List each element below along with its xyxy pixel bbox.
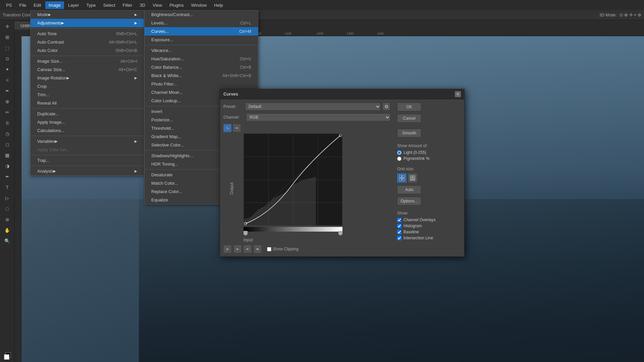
curves-close-button[interactable]: ✕ <box>455 91 461 97</box>
eyedropper-black-btn[interactable]: ✒ <box>233 245 241 253</box>
svg-rect-3 <box>399 175 401 178</box>
preset-select[interactable]: Default <box>245 103 381 111</box>
menu-window[interactable]: Window <box>188 1 210 9</box>
menu-variables[interactable]: Variables ▶ <box>31 137 144 145</box>
menu-filter[interactable]: Filter <box>119 1 136 9</box>
menu-adjustments[interactable]: Adjustments ▶ <box>31 19 144 27</box>
channel-select[interactable]: RGB <box>246 113 390 121</box>
menu-file[interactable]: File <box>16 1 30 9</box>
menu-view[interactable]: View <box>149 1 165 9</box>
menu-canvas-size[interactable]: Canvas Size... Alt+Ctrl+C <box>31 65 144 74</box>
tool-artboard[interactable]: ⊞ <box>2 32 12 42</box>
menu-auto-color[interactable]: Auto Color Shift+Ctrl+B <box>31 46 144 55</box>
grid-btn-large[interactable] <box>408 173 417 183</box>
auto-button[interactable]: Auto <box>397 185 421 194</box>
channel-overlays-checkbox[interactable] <box>397 218 401 222</box>
menu-type[interactable]: Type <box>83 1 99 9</box>
tool-gradient[interactable]: ▦ <box>2 150 12 160</box>
tool-move[interactable]: ✛ <box>2 21 12 32</box>
tool-clone[interactable]: ⎘ <box>2 118 12 128</box>
menu-crop-label: Crop <box>37 84 47 89</box>
menu-auto-tone[interactable]: Auto Tone Shift+Ctrl+L <box>31 29 144 38</box>
menu-trim[interactable]: Trim... <box>31 90 144 99</box>
options-button[interactable]: Options... <box>397 197 421 205</box>
tool-dodge[interactable]: ◑ <box>2 161 12 171</box>
menu-reveal-all[interactable]: Reveal All <box>31 99 144 107</box>
menu-mode[interactable]: Mode ▶ <box>31 10 144 19</box>
menu-image-rotation[interactable]: Image Rotation ▶ <box>31 74 144 82</box>
menu-calculations[interactable]: Calculations... <box>31 126 144 135</box>
menu-plugins[interactable]: Plugins <box>166 1 187 9</box>
curves-title-bar: Curves ✕ <box>220 89 464 99</box>
curves-point-tool[interactable]: ∿ <box>223 124 231 132</box>
adj-levels[interactable]: Levels... Ctrl+L <box>145 19 258 27</box>
tool-3d[interactable]: ⊛ <box>2 215 12 225</box>
adj-color-balance[interactable]: Color Balance... Ctrl+B <box>145 63 258 71</box>
adj-black-white[interactable]: Black & White... Alt+Shift+Ctrl+B <box>145 71 258 80</box>
tool-healing[interactable]: ⊕ <box>2 97 12 107</box>
tool-marquee[interactable]: ⬚ <box>2 43 12 53</box>
curves-gear-button[interactable]: ⚙ <box>382 103 390 111</box>
menu-trap[interactable]: Trap... <box>31 156 144 165</box>
tool-zoom[interactable]: 🔍 <box>2 236 12 246</box>
menu-crop[interactable]: Crop <box>31 82 144 90</box>
grid-size-buttons <box>397 173 461 183</box>
eyedropper-row: ⌖ ✒ ✒ ✒ Show Clipping <box>223 245 390 253</box>
menu-image-size[interactable]: Image Size... Alt+Ctrl+I <box>31 57 144 65</box>
tool-path[interactable]: ▷ <box>2 193 12 203</box>
tool-pen[interactable]: ✒ <box>2 172 12 182</box>
curves-pencil-tool[interactable]: ✏ <box>233 124 241 132</box>
curves-graph[interactable] <box>244 133 342 226</box>
svg-line-0 <box>244 134 342 225</box>
eyedropper-white-btn[interactable]: ✒ <box>254 245 262 253</box>
eyedropper-resample-btn[interactable]: ⌖ <box>223 245 231 253</box>
adj-vibrance[interactable]: Vibrance... <box>145 46 258 55</box>
menu-ps[interactable]: PS <box>3 1 15 9</box>
tool-eraser[interactable]: ◻ <box>2 139 12 149</box>
output-label: Output: <box>229 181 234 194</box>
tool-brush[interactable]: ✏ <box>2 107 12 117</box>
menu-edit[interactable]: Edit <box>30 1 44 9</box>
radio-light-input[interactable] <box>397 150 401 155</box>
tool-eyedropper[interactable]: ✒ <box>2 86 12 96</box>
menu-3d[interactable]: 3D <box>137 1 149 9</box>
menu-layer[interactable]: Layer <box>65 1 83 9</box>
adj-hue-sat[interactable]: Hue/Saturation... Ctrl+U <box>145 55 258 63</box>
ok-button[interactable]: OK <box>397 103 421 111</box>
menu-apply-data-set[interactable]: Apply Data Set... <box>31 145 144 154</box>
curves-body: Preset: Default ⚙ Channel: RGB ∿ ✏ Outpu… <box>220 99 464 256</box>
baseline-checkbox[interactable] <box>397 230 401 234</box>
adj-brightness-contrast[interactable]: Brightness/Contrast... <box>145 10 258 19</box>
menu-select[interactable]: Select <box>100 1 119 9</box>
menu-duplicate[interactable]: Duplicate... <box>31 110 144 118</box>
tool-magic-wand[interactable]: ✦ <box>2 64 12 74</box>
adj-curves[interactable]: Curves... Ctrl+M <box>145 27 258 36</box>
menu-image[interactable]: Image <box>45 1 64 9</box>
menu-help[interactable]: Help <box>211 1 226 9</box>
grid-large-icon <box>410 175 415 181</box>
tool-text[interactable]: T <box>2 182 12 192</box>
curves-dialog-title: Curves <box>223 92 238 97</box>
tool-hand[interactable]: ✋ <box>2 225 12 235</box>
adj-exposure[interactable]: Exposure... <box>145 36 258 44</box>
tool-history[interactable]: ◷ <box>2 129 12 139</box>
cancel-button[interactable]: Cancel <box>397 114 421 123</box>
smooth-button[interactable]: Smooth <box>397 129 421 137</box>
adj-photo-filter[interactable]: Photo Filter... <box>145 80 258 88</box>
radio-pigment-input[interactable] <box>397 157 401 161</box>
menu-apply-image[interactable]: Apply Image... <box>31 118 144 126</box>
histogram-checkbox[interactable] <box>397 224 401 228</box>
menu-analysis[interactable]: Analysis ▶ <box>31 167 144 175</box>
show-clipping-checkbox[interactable] <box>267 247 271 251</box>
tool-lasso[interactable]: ⊙ <box>2 54 12 64</box>
radio-light-label: Light (0-255) <box>404 150 426 155</box>
grid-btn-small[interactable] <box>397 173 407 183</box>
eyedropper-gray-btn[interactable]: ✒ <box>244 245 252 253</box>
input-slider-right[interactable] <box>338 231 342 236</box>
intersection-line-checkbox[interactable] <box>397 236 401 240</box>
tool-fg-bg[interactable] <box>2 351 12 361</box>
menu-auto-contrast[interactable]: Auto Contrast Alt+Shift+Ctrl+L <box>31 38 144 46</box>
tool-shape[interactable]: □ <box>2 204 12 214</box>
input-slider-left[interactable] <box>244 231 248 236</box>
tool-crop[interactable]: ⌗ <box>2 75 12 85</box>
